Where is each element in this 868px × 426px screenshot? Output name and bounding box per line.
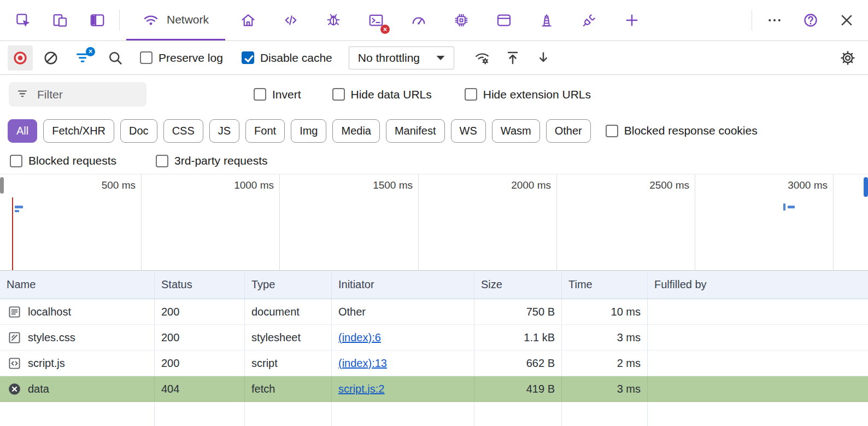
panel-layout-button[interactable] bbox=[83, 5, 112, 36]
add-tab-button[interactable] bbox=[618, 5, 646, 36]
document-icon bbox=[7, 305, 22, 319]
type-chip-img[interactable]: Img bbox=[291, 119, 326, 143]
timeline-gridline bbox=[556, 174, 557, 270]
network-conditions-button[interactable] bbox=[470, 45, 495, 71]
timeline-gridline bbox=[141, 174, 142, 270]
request-row-localhost[interactable]: localhost200documentOther750 B10 ms bbox=[0, 299, 868, 325]
request-initiator: script.js:2 bbox=[332, 376, 474, 401]
request-name: styles.css bbox=[28, 331, 75, 344]
memory-icon bbox=[453, 12, 470, 28]
timeline-tick-label: 2500 ms bbox=[624, 179, 689, 191]
blocked-requests-box[interactable] bbox=[10, 155, 22, 167]
request-size: 1.1 kB bbox=[474, 325, 562, 350]
disable-cache-checkbox[interactable]: Disable cache bbox=[242, 51, 332, 65]
attach-icon bbox=[581, 12, 597, 28]
timeline-tick-label: 1000 ms bbox=[208, 179, 274, 191]
type-chip-fetch-xhr[interactable]: Fetch/XHR bbox=[43, 119, 114, 143]
column-header-status[interactable]: Status bbox=[155, 271, 245, 299]
type-chip-other[interactable]: Other bbox=[546, 119, 591, 143]
timeline-right-grip[interactable] bbox=[864, 177, 868, 197]
settings-button[interactable] bbox=[835, 45, 860, 71]
tabbar-panel-icons: × bbox=[227, 5, 747, 36]
filter-toggle-button[interactable]: × bbox=[70, 45, 95, 71]
blocked-response-cookies-label: Blocked response cookies bbox=[624, 124, 758, 137]
sources-button[interactable] bbox=[277, 5, 305, 36]
hide-data-urls-box[interactable] bbox=[332, 88, 345, 101]
performance-button[interactable] bbox=[404, 5, 433, 36]
type-chip-font[interactable]: Font bbox=[245, 119, 285, 143]
request-row-data[interactable]: data404fetchscript.js:2419 B3 ms bbox=[0, 376, 868, 402]
column-header-size[interactable]: Size bbox=[474, 271, 562, 299]
more-options-button[interactable] bbox=[756, 5, 793, 36]
column-header-type[interactable]: Type bbox=[245, 271, 332, 299]
lighthouse-button[interactable] bbox=[532, 5, 561, 36]
home-button[interactable] bbox=[234, 5, 262, 36]
type-chip-media[interactable]: Media bbox=[332, 119, 379, 143]
request-status: 200 bbox=[155, 325, 245, 350]
application-button[interactable] bbox=[490, 5, 518, 36]
type-chip-js[interactable]: JS bbox=[209, 119, 239, 143]
hide-extension-urls-box[interactable] bbox=[465, 88, 477, 101]
blocked-requests-checkbox[interactable]: Blocked requests bbox=[10, 154, 116, 167]
invert-box[interactable] bbox=[254, 88, 266, 101]
disable-cache-box[interactable] bbox=[242, 51, 254, 64]
memory-button[interactable] bbox=[447, 5, 476, 36]
request-row-styles.css[interactable]: styles.css200stylesheet(index):61.1 kB3 … bbox=[0, 325, 868, 351]
inspect-button[interactable] bbox=[9, 5, 37, 36]
initiator-link[interactable]: (index):13 bbox=[338, 357, 387, 370]
request-time: 10 ms bbox=[562, 299, 648, 324]
device-emulation-button[interactable] bbox=[46, 5, 74, 36]
type-chip-css[interactable]: CSS bbox=[163, 119, 203, 143]
throttling-select[interactable]: No throttling bbox=[349, 46, 454, 69]
export-har-button[interactable] bbox=[531, 45, 556, 71]
debugger-button[interactable] bbox=[319, 5, 348, 36]
search-icon bbox=[107, 50, 124, 66]
type-chip-manifest[interactable]: Manifest bbox=[386, 119, 445, 143]
close-button[interactable] bbox=[829, 5, 865, 36]
hide-data-urls-checkbox[interactable]: Hide data URLs bbox=[332, 88, 432, 101]
invert-checkbox[interactable]: Invert bbox=[254, 88, 301, 101]
initiator-link[interactable]: (index):6 bbox=[338, 331, 381, 344]
tab-network-label: Network bbox=[167, 13, 209, 26]
blocked-response-cookies-box[interactable] bbox=[606, 125, 618, 137]
close-icon bbox=[838, 12, 855, 28]
blocked-response-cookies-checkbox[interactable]: Blocked response cookies bbox=[606, 124, 758, 137]
clear-button[interactable] bbox=[38, 45, 63, 71]
hide-extension-urls-checkbox[interactable]: Hide extension URLs bbox=[465, 88, 591, 101]
empty-cell bbox=[474, 402, 562, 426]
throttling-value: No throttling bbox=[358, 51, 420, 65]
filter-row: Invert Hide data URLs Hide extension URL… bbox=[0, 75, 868, 114]
import-har-button[interactable] bbox=[500, 45, 525, 71]
request-name: data bbox=[28, 383, 49, 395]
type-chip-all[interactable]: All bbox=[8, 119, 37, 143]
attach-button[interactable] bbox=[575, 5, 603, 36]
timeline-left-grip[interactable] bbox=[0, 177, 4, 194]
filter-input[interactable] bbox=[37, 88, 125, 101]
preserve-log-box[interactable] bbox=[140, 51, 153, 64]
column-header-time[interactable]: Time bbox=[562, 271, 648, 299]
request-row-script.js[interactable]: script.js200script(index):13662 B2 ms bbox=[0, 351, 868, 376]
column-header-fulfilled-by[interactable]: Fulfilled by bbox=[648, 271, 868, 299]
record-button[interactable] bbox=[8, 45, 33, 71]
help-button[interactable] bbox=[793, 5, 829, 36]
type-chip-doc[interactable]: Doc bbox=[120, 119, 157, 143]
timeline-overview[interactable]: 500 ms1000 ms1500 ms2000 ms2500 ms3000 m… bbox=[0, 174, 868, 271]
console-error-badge: × bbox=[380, 25, 390, 34]
console-button[interactable]: × bbox=[362, 5, 390, 36]
column-header-name[interactable]: Name bbox=[0, 271, 155, 299]
request-status: 200 bbox=[155, 351, 245, 376]
tabbar-right-divider bbox=[752, 10, 752, 31]
request-name-cell: styles.css bbox=[0, 325, 155, 350]
third-party-requests-box[interactable] bbox=[156, 155, 168, 167]
request-size: 750 B bbox=[474, 299, 562, 324]
search-button[interactable] bbox=[103, 45, 128, 71]
initiator-link[interactable]: script.js:2 bbox=[338, 383, 384, 395]
column-header-initiator[interactable]: Initiator bbox=[332, 271, 474, 299]
type-chip-wasm[interactable]: Wasm bbox=[492, 119, 540, 143]
filter-input-wrapper[interactable] bbox=[9, 82, 146, 107]
third-party-requests-checkbox[interactable]: 3rd-party requests bbox=[156, 154, 267, 167]
type-chip-ws[interactable]: WS bbox=[451, 119, 486, 143]
caret-down-icon bbox=[435, 54, 446, 62]
tab-network[interactable]: Network bbox=[126, 0, 225, 40]
preserve-log-checkbox[interactable]: Preserve log bbox=[140, 51, 223, 65]
